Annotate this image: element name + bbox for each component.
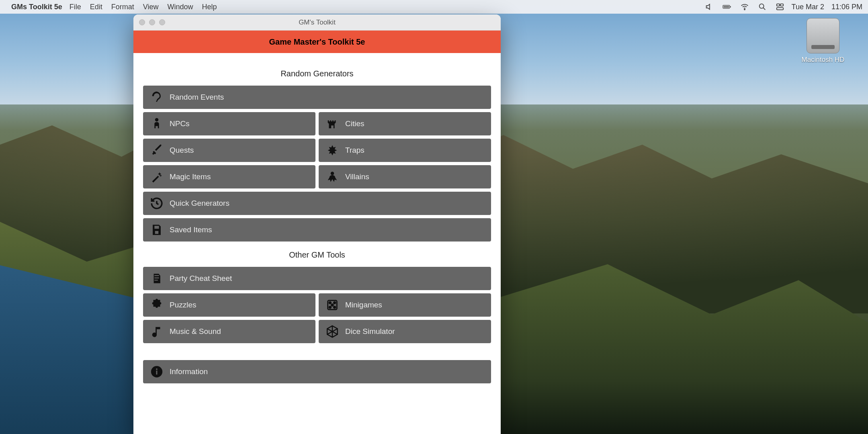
magic-wand-icon bbox=[149, 169, 165, 185]
window-title: GM's Toolkit bbox=[299, 18, 336, 27]
svg-point-4 bbox=[759, 4, 764, 8]
menu-window[interactable]: Window bbox=[167, 3, 193, 11]
svg-rect-17 bbox=[156, 371, 158, 375]
tile-label: Party Cheat Sheet bbox=[170, 274, 232, 283]
svg-rect-5 bbox=[776, 4, 779, 6]
tile-magic-items[interactable]: Magic Items bbox=[143, 165, 315, 188]
tile-quick-generators[interactable]: Quick Generators bbox=[143, 192, 491, 215]
tile-information[interactable]: Information bbox=[143, 360, 491, 383]
tile-label: Random Events bbox=[170, 93, 224, 102]
tile-label: Traps bbox=[345, 146, 364, 155]
section-title-generators: Random Generators bbox=[143, 69, 491, 78]
scroll-document-icon bbox=[149, 270, 165, 287]
menu-help[interactable]: Help bbox=[202, 3, 217, 11]
d20-dice-icon bbox=[324, 323, 340, 340]
menu-format[interactable]: Format bbox=[111, 3, 134, 11]
tile-label: Villains bbox=[345, 172, 369, 181]
tile-label: Minigames bbox=[345, 301, 382, 309]
window-minimize-button[interactable] bbox=[149, 19, 155, 25]
tile-label: Music & Sound bbox=[170, 327, 221, 336]
question-mark-icon bbox=[149, 89, 165, 105]
sword-icon bbox=[149, 142, 165, 158]
tile-label: NPCs bbox=[170, 119, 190, 128]
menu-view[interactable]: View bbox=[143, 3, 159, 11]
tile-traps[interactable]: Traps bbox=[319, 139, 491, 162]
menubar-time[interactable]: 11:06 PM bbox=[831, 3, 862, 11]
menubar-date[interactable]: Tue Mar 2 bbox=[792, 3, 824, 11]
tile-npcs[interactable]: NPCs bbox=[143, 112, 315, 135]
menubar-app-name[interactable]: GMs Toolkit 5e bbox=[11, 3, 62, 11]
spike-trap-icon bbox=[324, 142, 340, 158]
castle-icon bbox=[324, 116, 340, 132]
svg-point-14 bbox=[334, 306, 336, 308]
tile-label: Quests bbox=[170, 146, 194, 155]
tile-label: Puzzles bbox=[170, 301, 197, 309]
window-zoom-button[interactable] bbox=[159, 19, 165, 25]
tile-dice-simulator[interactable]: Dice Simulator bbox=[319, 320, 491, 343]
control-center-icon[interactable] bbox=[776, 2, 784, 11]
tile-saved-items[interactable]: Saved Items bbox=[143, 218, 491, 242]
svg-point-11 bbox=[329, 302, 331, 304]
app-window: GM's Toolkit Game Master's Toolkit 5e Ra… bbox=[133, 14, 501, 434]
save-floppy-icon bbox=[149, 222, 165, 238]
app-banner: Game Master's Toolkit 5e bbox=[133, 31, 501, 53]
person-icon bbox=[149, 116, 165, 132]
tile-puzzles[interactable]: Puzzles bbox=[143, 293, 315, 317]
section-title-tools: Other GM Tools bbox=[143, 250, 491, 260]
menu-edit[interactable]: Edit bbox=[90, 3, 102, 11]
svg-point-13 bbox=[329, 306, 331, 308]
svg-rect-7 bbox=[776, 8, 783, 10]
tile-music-sound[interactable]: Music & Sound bbox=[143, 320, 315, 343]
tile-party-cheat-sheet[interactable]: Party Cheat Sheet bbox=[143, 267, 491, 290]
desktop-drive-macintosh-hd[interactable]: Macintosh HD bbox=[799, 18, 847, 64]
tile-random-events[interactable]: Random Events bbox=[143, 86, 491, 109]
svg-rect-1 bbox=[730, 6, 731, 7]
menu-file[interactable]: File bbox=[70, 3, 81, 11]
svg-point-12 bbox=[334, 302, 336, 304]
tile-label: Quick Generators bbox=[170, 199, 229, 208]
tile-quests[interactable]: Quests bbox=[143, 139, 315, 162]
puzzle-piece-icon bbox=[149, 297, 165, 313]
tile-minigames[interactable]: Minigames bbox=[319, 293, 491, 317]
tile-cities[interactable]: Cities bbox=[319, 112, 491, 135]
spotlight-search-icon[interactable] bbox=[758, 2, 767, 11]
info-icon bbox=[149, 364, 165, 380]
svg-point-9 bbox=[331, 172, 334, 175]
wifi-icon[interactable] bbox=[740, 2, 749, 11]
tile-label: Cities bbox=[345, 119, 364, 128]
dice-square-icon bbox=[324, 297, 340, 313]
svg-point-8 bbox=[155, 118, 159, 122]
music-note-icon bbox=[149, 323, 165, 340]
svg-point-15 bbox=[332, 304, 334, 306]
svg-point-18 bbox=[156, 368, 158, 370]
volume-icon[interactable] bbox=[705, 2, 714, 11]
history-clock-icon bbox=[149, 195, 165, 211]
svg-point-3 bbox=[744, 9, 745, 10]
window-close-button[interactable] bbox=[139, 19, 145, 25]
svg-rect-2 bbox=[723, 6, 729, 8]
tile-label: Magic Items bbox=[170, 172, 211, 181]
window-titlebar[interactable]: GM's Toolkit bbox=[133, 14, 501, 31]
macos-menubar: GMs Toolkit 5e File Edit Format View Win… bbox=[0, 0, 868, 14]
tile-villains[interactable]: Villains bbox=[319, 165, 491, 188]
tile-label: Saved Items bbox=[170, 225, 212, 234]
tile-label: Information bbox=[170, 367, 208, 376]
hard-drive-icon bbox=[807, 18, 839, 53]
svg-rect-6 bbox=[780, 4, 783, 6]
villain-icon bbox=[324, 169, 340, 185]
tile-label: Dice Simulator bbox=[345, 327, 395, 336]
desktop-drive-label: Macintosh HD bbox=[799, 56, 847, 64]
battery-icon[interactable] bbox=[723, 2, 731, 11]
